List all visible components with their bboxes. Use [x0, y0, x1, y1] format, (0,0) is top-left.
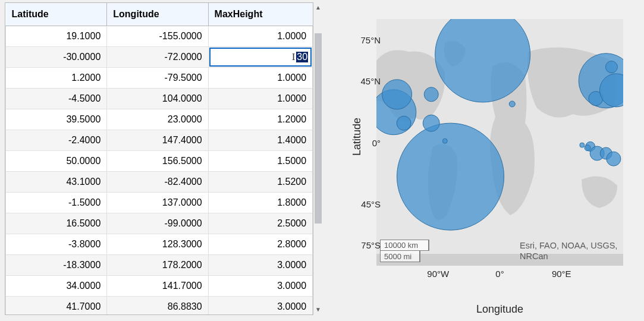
map-bubble[interactable] — [605, 61, 617, 73]
table-row: 1.2000-79.50001.0000 — [6, 68, 313, 89]
table-cell[interactable]: 128.3000 — [107, 234, 208, 255]
y-tick-label: 75°S — [361, 240, 381, 250]
map-scalebar: 10000 km 5000 mi — [380, 240, 429, 262]
table-cell[interactable]: -3.8000 — [6, 234, 107, 255]
table-cell[interactable]: 141.7000 — [107, 276, 208, 297]
map-bubble[interactable] — [397, 116, 411, 130]
table-cell[interactable]: 104.0000 — [107, 89, 208, 109]
table-cell[interactable]: 2.8000 — [208, 234, 313, 255]
table-row: 34.0000141.70003.0000 — [6, 276, 313, 297]
column-header-latitude[interactable]: Latitude — [6, 3, 107, 26]
table-cell[interactable]: 1.0000 — [208, 68, 313, 89]
map-bubble[interactable] — [509, 101, 515, 107]
column-header-maxheight[interactable]: MaxHeight — [208, 3, 313, 26]
table-scrollbar[interactable]: ▲ ▼ — [313, 2, 323, 314]
table-row: 43.1000-82.40001.5200 — [6, 172, 313, 193]
cell-edit-input[interactable]: 30 — [296, 52, 308, 62]
table-cell[interactable]: 50.0000 — [6, 151, 107, 172]
table-cell[interactable]: -82.4000 — [107, 172, 208, 193]
table-cell[interactable]: 1.0000 — [208, 26, 313, 47]
table-cell[interactable]: 137.0000 — [107, 193, 208, 213]
table-cell[interactable]: 1.8000 — [208, 193, 313, 213]
y-axis-label: Latitude — [351, 118, 363, 156]
x-axis-label: Longitude — [376, 303, 623, 316]
data-table[interactable]: LatitudeLongitudeMaxHeight 19.1000-155.0… — [5, 2, 313, 315]
table-cell[interactable]: -72.0000 — [107, 47, 208, 68]
data-table-panel: LatitudeLongitudeMaxHeight 19.1000-155.0… — [5, 2, 323, 314]
table-cell[interactable]: -18.3000 — [6, 255, 107, 276]
table-cell[interactable]: 178.2000 — [107, 255, 208, 276]
table-cell[interactable]: -1.5000 — [6, 193, 107, 213]
table-cell[interactable]: 1.0000 — [208, 89, 313, 109]
table-cell[interactable]: 3.0000 — [208, 276, 313, 297]
scroll-up-icon[interactable]: ▲ — [313, 2, 323, 12]
table-cell[interactable]: -79.5000 — [107, 68, 208, 89]
table-row: 16.5000-99.00002.5000 — [6, 213, 313, 234]
editing-cell[interactable]: I30 — [208, 47, 313, 68]
table-cell[interactable]: -2.4000 — [6, 130, 107, 151]
x-tick-label: 90°E — [552, 269, 571, 279]
scroll-track[interactable] — [313, 12, 323, 304]
x-tick-label: 90°W — [427, 269, 449, 279]
table-cell[interactable]: 19.1000 — [6, 26, 107, 47]
map-bubble[interactable] — [580, 143, 585, 147]
x-tick-label: 0° — [495, 269, 504, 279]
table-row: -18.3000178.20003.0000 — [6, 255, 313, 276]
table-cell[interactable]: 16.5000 — [6, 213, 107, 234]
table-cell[interactable]: 1.2000 — [6, 68, 107, 89]
table-cell[interactable]: 23.0000 — [107, 109, 208, 130]
table-cell[interactable]: -99.0000 — [107, 213, 208, 234]
table-cell[interactable]: 1.4000 — [208, 130, 313, 151]
table-row: -4.5000104.00001.0000 — [6, 89, 313, 109]
scalebar-km: 10000 km — [380, 240, 429, 251]
table-row: -2.4000147.40001.4000 — [6, 130, 313, 151]
table-cell[interactable]: 34.0000 — [6, 276, 107, 297]
table-cell[interactable]: 156.5000 — [107, 151, 208, 172]
map-bubble[interactable] — [607, 152, 621, 166]
column-header-longitude[interactable]: Longitude — [107, 3, 208, 26]
scroll-down-icon[interactable]: ▼ — [313, 304, 323, 314]
y-tick-label: 75°N — [360, 34, 381, 45]
map-bubble[interactable] — [423, 115, 439, 131]
table-cell[interactable]: -4.5000 — [6, 89, 107, 109]
table-row: 39.500023.00001.2000 — [6, 109, 313, 130]
table-cell[interactable]: 43.1000 — [6, 172, 107, 193]
table-cell[interactable]: -30.0000 — [6, 47, 107, 68]
table-row: -30.0000-72.0000I30 — [6, 47, 313, 68]
y-tick-label: 45°N — [360, 75, 381, 86]
scalebar-mi: 5000 mi — [380, 251, 420, 262]
y-tick-label: 0° — [372, 137, 381, 147]
table-cell[interactable]: 3.0000 — [208, 255, 313, 276]
table-cell[interactable]: 3.0000 — [208, 297, 313, 316]
map-bubble[interactable] — [397, 123, 504, 230]
map-plot-area[interactable]: 10000 km 5000 mi Esri, FAO, NOAA, USGS, … — [376, 19, 623, 266]
table-cell[interactable]: 86.8830 — [107, 297, 208, 316]
scroll-thumb[interactable] — [315, 33, 322, 224]
table-cell[interactable]: -155.0000 — [107, 26, 208, 47]
map-panel: Latitude 10000 km 5000 mi Esri, FAO, NOA… — [335, 6, 632, 303]
table-cell[interactable]: 2.5000 — [208, 213, 313, 234]
table-row: 41.700086.88303.0000 — [6, 297, 313, 316]
table-cell[interactable]: 39.5000 — [6, 109, 107, 130]
table-cell[interactable]: 41.7000 — [6, 297, 107, 316]
table-row: 50.0000156.50001.5000 — [6, 151, 313, 172]
y-tick-label: 45°S — [361, 199, 381, 209]
map-bubble[interactable] — [442, 139, 447, 143]
table-row: -3.8000128.30002.8000 — [6, 234, 313, 255]
map-bubble[interactable] — [382, 80, 412, 109]
table-cell[interactable]: 1.5200 — [208, 172, 313, 193]
text-cursor-icon: I — [292, 51, 296, 63]
table-cell[interactable]: 1.5000 — [208, 151, 313, 172]
table-cell[interactable]: 147.4000 — [107, 130, 208, 151]
map-bubble[interactable] — [585, 145, 590, 151]
table-row: 19.1000-155.00001.0000 — [6, 26, 313, 47]
table-cell[interactable]: 1.2000 — [208, 109, 313, 130]
map-attribution: Esri, FAO, NOAA, USGS, NRCan — [520, 240, 620, 262]
table-row: -1.5000137.00001.8000 — [6, 193, 313, 213]
map-bubble[interactable] — [424, 87, 438, 102]
